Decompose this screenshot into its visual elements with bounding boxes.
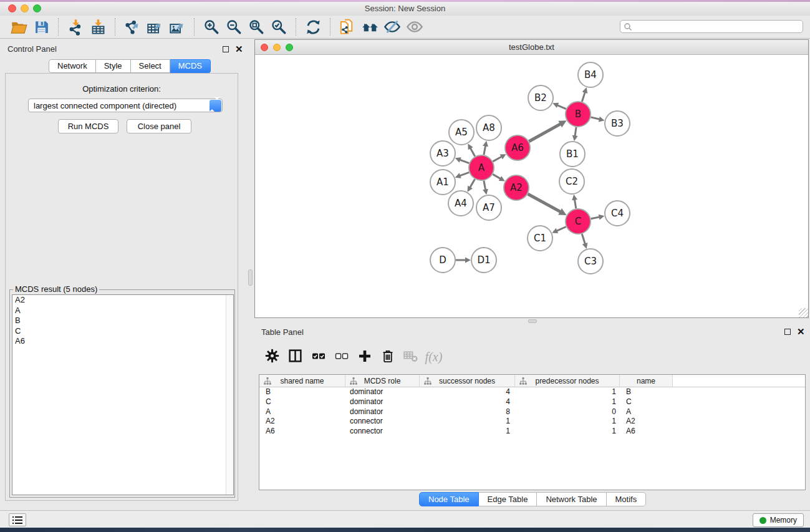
zoom-window-button[interactable]: [33, 4, 41, 12]
graph-edge-A-A3[interactable]: [460, 160, 469, 163]
save-session-button[interactable]: [30, 17, 52, 37]
add-button[interactable]: [353, 346, 376, 368]
zoom-in-button[interactable]: [200, 17, 223, 37]
graph-node-C3[interactable]: C3: [578, 249, 603, 274]
tab-network-table[interactable]: Network Table: [537, 492, 606, 506]
close-window-button[interactable]: [8, 4, 16, 12]
column-header-successor-nodes[interactable]: successor nodes: [420, 375, 515, 387]
horizontal-splitter-handle[interactable]: [528, 319, 537, 323]
control-panel-float-button[interactable]: [223, 46, 229, 52]
select-all-columns-button[interactable]: [307, 346, 330, 368]
graph-node-A[interactable]: A: [469, 155, 494, 180]
graph-node-B3[interactable]: B3: [605, 111, 630, 136]
graph-edge-A6-B[interactable]: [529, 124, 561, 142]
mcds-result-list[interactable]: A2ABCA6: [12, 294, 234, 495]
mcds-result-item[interactable]: C: [12, 326, 233, 337]
mcds-result-item[interactable]: A2: [12, 295, 233, 306]
split-columns-button[interactable]: [284, 346, 307, 368]
graph-edge-B-B3[interactable]: [591, 117, 599, 119]
graph-node-A7[interactable]: A7: [476, 195, 501, 220]
column-header-predecessor-nodes[interactable]: predecessor nodes: [515, 375, 620, 387]
tab-mcds[interactable]: MCDS: [170, 59, 211, 73]
settings-button[interactable]: [261, 346, 284, 368]
network-minimize-button[interactable]: [273, 44, 281, 51]
new-network-from-selection-button[interactable]: [336, 17, 359, 37]
network-window-titlebar[interactable]: testGlobe.txt: [255, 40, 808, 55]
network-canvas[interactable]: AA1A2A3A4A5A6A7A8BB1B2B3B4CC1C2C3C4DD1: [255, 55, 808, 317]
zoom-out-button[interactable]: [223, 17, 245, 37]
graph-node-A6[interactable]: A6: [505, 135, 530, 160]
control-panel-close-button[interactable]: ✕: [235, 46, 243, 53]
optimization-criterion-select[interactable]: largest connected component (directed): [28, 99, 223, 112]
tab-node-table[interactable]: Node Table: [419, 492, 479, 506]
graph-edge-C-C1[interactable]: [557, 226, 566, 231]
export-image-button[interactable]: [166, 17, 188, 37]
table-row[interactable]: A6connector11A6: [259, 427, 805, 437]
graph-edge-A-A1[interactable]: [460, 172, 469, 176]
column-header-name[interactable]: name: [620, 375, 673, 387]
search-input[interactable]: [632, 22, 803, 32]
graph-node-C2[interactable]: C2: [559, 169, 584, 194]
memory-button[interactable]: Memory: [753, 513, 804, 527]
table-row[interactable]: Bdominator41B: [259, 387, 805, 397]
hide-selected-button[interactable]: [381, 17, 403, 37]
mcds-result-item[interactable]: A6: [12, 336, 233, 347]
refresh-button[interactable]: [302, 17, 324, 37]
tab-motifs[interactable]: Motifs: [607, 492, 647, 506]
search-box[interactable]: [620, 20, 803, 33]
graph-node-A4[interactable]: A4: [448, 191, 473, 216]
column-header-shared-name[interactable]: shared name: [259, 375, 345, 387]
graph-edge-A-A6[interactable]: [493, 157, 501, 162]
table-row[interactable]: A2connector11A2: [259, 417, 805, 427]
graph-edge-A-A8[interactable]: [484, 146, 486, 155]
mcds-result-item[interactable]: B: [12, 316, 233, 326]
table-row[interactable]: Cdominator41C: [259, 397, 805, 407]
graph-node-B1[interactable]: B1: [560, 142, 585, 167]
graph-edge-B-B4[interactable]: [582, 92, 585, 102]
graph-edge-A-A4[interactable]: [470, 179, 475, 188]
graph-edge-A-A5[interactable]: [470, 148, 475, 156]
graph-node-A5[interactable]: A5: [449, 120, 474, 145]
graph-node-A2[interactable]: A2: [504, 175, 529, 200]
first-neighbors-button[interactable]: [359, 17, 381, 37]
table-row[interactable]: Adominator80A: [259, 407, 805, 417]
deselect-all-columns-button[interactable]: [330, 346, 353, 368]
delete-button[interactable]: [376, 346, 399, 368]
graph-edge-A-A2[interactable]: [493, 174, 501, 178]
graph-edge-B-B2[interactable]: [557, 105, 566, 109]
graph-edge-C-C2[interactable]: [574, 200, 576, 209]
graph-edge-A-A7[interactable]: [484, 181, 486, 190]
tab-style[interactable]: Style: [96, 59, 131, 73]
graph-node-D1[interactable]: D1: [471, 248, 496, 273]
graph-node-A1[interactable]: A1: [430, 170, 455, 195]
minimize-window-button[interactable]: [21, 4, 29, 12]
tab-select[interactable]: Select: [131, 59, 170, 73]
close-panel-button[interactable]: Close panel: [127, 119, 191, 133]
network-close-button[interactable]: [261, 44, 268, 51]
zoom-fit-button[interactable]: [245, 17, 268, 37]
graph-node-B[interactable]: B: [566, 102, 591, 127]
network-zoom-button[interactable]: [286, 44, 293, 51]
export-network-button[interactable]: [121, 17, 143, 37]
tab-edge-table[interactable]: Edge Table: [479, 492, 538, 506]
import-table-button[interactable]: [87, 17, 109, 37]
resize-grip-icon[interactable]: [799, 308, 808, 317]
tab-network[interactable]: Network: [49, 59, 96, 73]
graph-node-A3[interactable]: A3: [430, 141, 455, 166]
graph-node-A8[interactable]: A8: [476, 115, 501, 140]
mcds-result-item[interactable]: A: [12, 306, 233, 316]
table-panel-close-button[interactable]: ✕: [797, 328, 805, 336]
vertical-splitter-handle[interactable]: [248, 269, 253, 286]
graph-edge-B-B1[interactable]: [575, 127, 576, 136]
show-all-button[interactable]: [403, 17, 426, 37]
graph-node-B4[interactable]: B4: [578, 62, 603, 87]
open-session-button[interactable]: [7, 17, 30, 37]
run-mcds-button[interactable]: Run MCDS: [58, 119, 118, 133]
column-header-mcds-role[interactable]: MCDS role: [345, 375, 420, 387]
graph-edge-C-C3[interactable]: [582, 234, 585, 244]
graph-edge-A2-C[interactable]: [528, 194, 560, 212]
graph-node-C1[interactable]: C1: [528, 226, 552, 251]
table-panel-float-button[interactable]: [784, 329, 791, 335]
graph-node-B2[interactable]: B2: [528, 85, 553, 110]
graph-edge-C-C4[interactable]: [591, 217, 600, 219]
